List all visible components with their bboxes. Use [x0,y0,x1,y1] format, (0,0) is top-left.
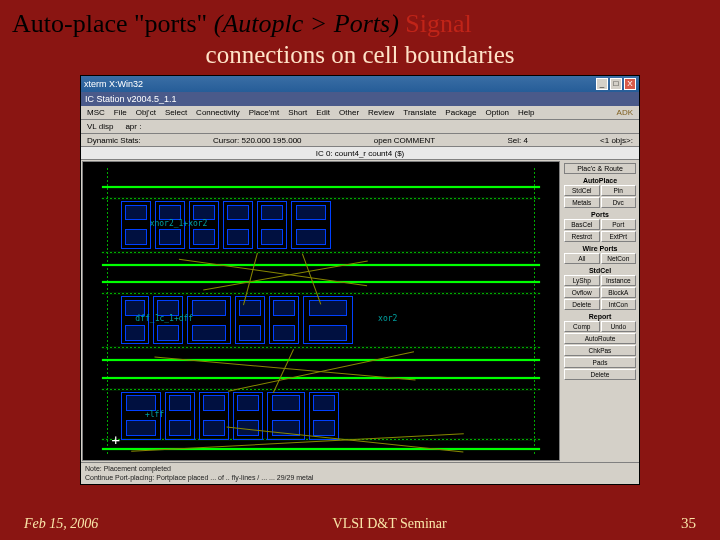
open-value: COMMENT [394,136,435,145]
status-line-2: Continue Port-placing: Portplace placed … [85,474,635,482]
cell-instance [187,296,231,344]
menubar: MSC File Obj'ct Select Connectivity Plac… [81,106,639,120]
footer-date: Feb 15, 2006 [24,516,98,532]
vertical-rail [107,168,108,454]
menu-item[interactable]: MSC [87,108,105,117]
palette-button[interactable]: BasCel [564,219,600,230]
power-rail [102,264,540,266]
slide-subtitle: connections on cell boundaries [0,41,720,75]
section-label: Report [564,313,636,320]
palette-button[interactable]: StdCel [564,185,600,196]
title-part-1: Auto-place "ports" [12,9,214,38]
menu-item-adk[interactable]: ADK [617,108,633,117]
slide-footer: Feb 15, 2006 VLSI D&T Seminar 35 [0,509,720,540]
palette-button[interactable]: Metals [564,197,600,208]
menu-item[interactable]: File [114,108,127,117]
cell-boundary [102,198,540,199]
palette-button[interactable]: NetCon [601,253,637,264]
menu-item[interactable]: Edit [316,108,330,117]
status-row: Dynamic Stats: Cursor: 520.000 195.000 o… [81,134,639,147]
flyline [273,349,294,393]
palette-button[interactable]: Instance [601,275,637,286]
sidebar-panel: Plac'c & Route AutoPlace StdCelPin Metal… [561,160,639,462]
palette-button[interactable]: Delete [564,369,636,380]
palette-button[interactable]: Ovflow [564,287,600,298]
section-label: StdCel [564,267,636,274]
app-window: xterm X:Win32 _ □ X IC Station v2004.5_1… [80,75,640,485]
palette-button[interactable]: IntCon [601,299,637,310]
cell-instance [199,392,229,440]
outer-title: xterm X:Win32 [84,79,596,89]
footer-page-number: 35 [681,515,696,532]
cursor-cross-icon: + [112,432,120,448]
close-button[interactable]: X [624,78,636,90]
menu-item[interactable]: Short [288,108,307,117]
content-area: xterm X:Win32 _ □ X IC Station v2004.5_1… [0,75,720,509]
menu-item[interactable]: Help [518,108,534,117]
power-rail [102,281,540,283]
cell-instance [303,296,353,344]
cell-instance [269,296,299,344]
menu-item[interactable]: Connectivity [196,108,240,117]
instance-label: dff_1c_1+dff [135,314,193,323]
palette-button[interactable]: All [564,253,600,264]
cell-instance [309,392,339,440]
selection-count: Sel: 4 [507,136,527,145]
toolbar-row: VL disp apr : [81,120,639,134]
cell-instance [121,201,151,249]
palette-button[interactable]: BlockA [601,287,637,298]
layout-canvas[interactable]: xnor2_1+xor2 dff_1c_1+dff xor2 +lff + [82,161,560,461]
title-part-3: Signal [405,9,471,38]
section-label: AutoPlace [564,177,636,184]
palette-button[interactable]: Undo [601,321,637,332]
power-rail [102,377,540,379]
palette-button[interactable]: Delete [564,299,600,310]
palette-button[interactable]: AutoRoute [564,333,636,344]
tool-label: apr : [125,122,141,131]
open-label: open [374,136,392,145]
inner-titlebar: IC Station v2004.5_1.1 [81,92,639,106]
instance-label: +lff [145,410,164,419]
minimize-button[interactable]: _ [596,78,608,90]
menu-item[interactable]: Obj'ct [136,108,156,117]
menu-item[interactable]: Place'mt [249,108,279,117]
power-rail [102,186,540,188]
instance-label: xor2 [378,314,397,323]
tool-label: VL disp [87,122,113,131]
palette-button[interactable]: ExtPrt [601,231,637,242]
palette-header: Plac'c & Route [564,163,636,174]
palette-button[interactable]: Restrct [564,231,600,242]
palette-button[interactable]: LyShp [564,275,600,286]
cell-instance [223,201,253,249]
palette-button[interactable]: ChkPas [564,345,636,356]
footer-center: VLSI D&T Seminar [333,516,447,532]
cell-instance [257,201,287,249]
menu-item[interactable]: Package [445,108,476,117]
maximize-button[interactable]: □ [610,78,622,90]
cell-boundary [102,347,540,348]
palette-button[interactable]: Pin [601,185,637,196]
inner-title: IC Station v2004.5_1.1 [85,94,177,104]
menu-item[interactable]: Translate [403,108,436,117]
palette-button[interactable]: Dvc [601,197,637,208]
vertical-rail [534,168,535,454]
slide: Auto-place "ports" (Autoplc > Ports) Sig… [0,0,720,540]
section-label: Wire Ports [564,245,636,252]
menu-item[interactable]: Select [165,108,187,117]
main-area: xnor2_1+xor2 dff_1c_1+dff xor2 +lff + [81,160,639,462]
menu-item[interactable]: Other [339,108,359,117]
objects-count: <1 objs>: [600,136,633,145]
menu-item[interactable]: Review [368,108,394,117]
palette-button[interactable]: Port [601,219,637,230]
outer-titlebar: xterm X:Win32 _ □ X [81,76,639,92]
menu-item[interactable]: Option [486,108,510,117]
window-buttons: _ □ X [596,78,636,90]
cell-instance [291,201,331,249]
cell-boundary [102,293,540,294]
palette-button[interactable]: Comp [564,321,600,332]
flyline [228,351,414,392]
palette-button[interactable]: Pads [564,357,636,368]
cell-instance [165,392,195,440]
section-label: Ports [564,211,636,218]
slide-title: Auto-place "ports" (Autoplc > Ports) Sig… [0,0,720,41]
